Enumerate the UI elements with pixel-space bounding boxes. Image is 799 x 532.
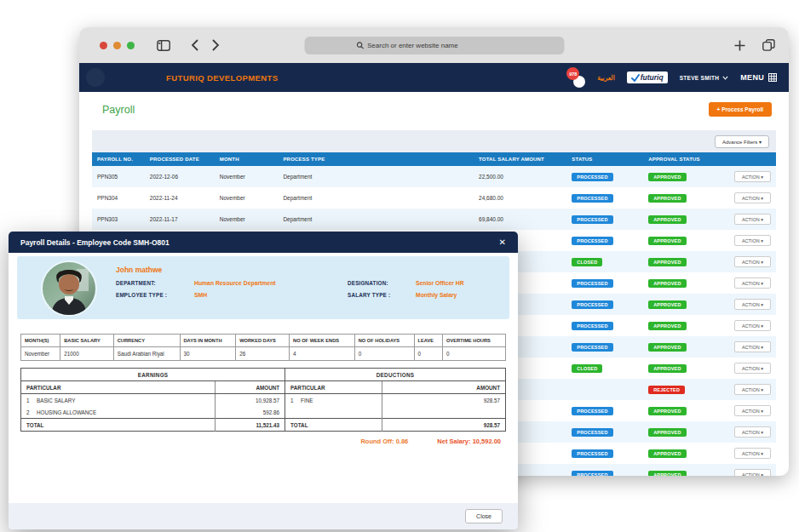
logo-check-icon <box>631 74 640 82</box>
salary-summary: Round Off: 0.86 Net Salary: 10,592.00 <box>26 438 501 445</box>
column-header: PROCESSED DATE <box>145 152 215 166</box>
earnings-particular-label: PARTICULAR <box>21 381 216 394</box>
cell-action: ACTION ▾ <box>722 209 776 230</box>
month-cell: 0 <box>414 347 442 361</box>
ed-title-row: EARNINGS DEDUCTIONS <box>21 369 506 381</box>
cell-payroll_no: PPN305 <box>92 166 145 187</box>
action-button[interactable]: ACTION ▾ <box>734 256 771 267</box>
employee-type-label: EMPLOYEE TYPE : <box>116 292 186 298</box>
cell-status: PROCESSED <box>566 400 643 421</box>
address-bar[interactable] <box>304 37 564 54</box>
earnings-title: EARNINGS <box>21 369 285 381</box>
search-input[interactable] <box>367 42 512 49</box>
approval-status-badge: APPROVED <box>648 364 686 373</box>
approval-status-badge: APPROVED <box>648 173 686 181</box>
approval-status-badge: APPROVED <box>648 258 686 266</box>
modal-footer: Close <box>9 503 518 529</box>
status-badge: PROCESSED <box>572 279 612 288</box>
menu-grid-icon <box>768 73 777 82</box>
cell-approval-status: APPROVED <box>643 272 722 294</box>
action-button[interactable]: ACTION ▾ <box>734 405 771 416</box>
maximize-window-button[interactable] <box>127 42 135 49</box>
action-button[interactable]: ACTION ▾ <box>734 341 771 352</box>
month-cell: 0 <box>443 347 506 361</box>
menu-button[interactable]: MENU <box>740 73 777 82</box>
user-menu[interactable]: STEVE SMITH <box>680 75 729 81</box>
notifications-button[interactable]: 978 <box>566 67 585 88</box>
cell-status: PROCESSED <box>566 315 643 336</box>
close-window-button[interactable] <box>100 42 107 49</box>
status-badge: PROCESSED <box>572 343 612 352</box>
forward-button-icon[interactable] <box>212 39 220 51</box>
cell-status: PROCESSED <box>566 166 643 187</box>
action-button[interactable]: ACTION ▾ <box>734 384 771 395</box>
cell-approval-status: APPROVED <box>643 443 722 464</box>
cell-action: ACTION ▾ <box>722 166 776 187</box>
cell-action: ACTION ▾ <box>722 294 776 315</box>
action-button[interactable]: ACTION ▾ <box>734 448 771 459</box>
employee-photo <box>41 260 97 317</box>
employee-name: John mathwe <box>116 266 464 274</box>
cell-action: ACTION ▾ <box>722 443 776 464</box>
month-column-header: DAYS IN MONTH <box>180 335 236 347</box>
action-button[interactable]: ACTION ▾ <box>734 469 771 476</box>
chevron-down-icon <box>722 76 728 80</box>
cell-status: PROCESSED <box>566 272 643 294</box>
close-button[interactable]: Close <box>465 509 503 523</box>
month-cell: 4 <box>290 347 355 361</box>
cell-action: ACTION ▾ <box>722 336 776 358</box>
process-payroll-button[interactable]: + Process Payroll <box>709 102 772 117</box>
cell-process_type: Department <box>278 166 474 187</box>
cell-approval-status: APPROVED <box>643 294 722 315</box>
cell-process_type: Department <box>278 187 474 209</box>
month-cell: 30 <box>180 347 236 361</box>
net-salary-value: 10,592.00 <box>473 438 501 445</box>
close-icon[interactable]: ✕ <box>499 237 506 247</box>
deductions-total-label: TOTAL <box>285 419 382 432</box>
action-button[interactable]: ACTION ▾ <box>734 171 771 182</box>
cell-approval-status: APPROVED <box>643 251 722 272</box>
tab-overview-icon[interactable] <box>762 39 775 51</box>
column-header: APPROVAL STATUS <box>643 152 722 166</box>
action-button[interactable]: ACTION ▾ <box>734 192 771 203</box>
column-header <box>722 152 776 166</box>
cell-status: PROCESSED <box>566 336 643 358</box>
status-badge: PROCESSED <box>572 237 612 245</box>
back-button-icon[interactable] <box>191 39 198 51</box>
column-header: MONTH <box>215 152 279 166</box>
designation-value: Senior Officer HR <box>416 280 464 286</box>
status-badge: CLOSED <box>572 364 602 373</box>
cell-action: ACTION ▾ <box>722 379 776 400</box>
language-switch[interactable]: العربية <box>597 74 615 82</box>
approval-status-badge: APPROVED <box>648 471 686 477</box>
column-header: TOTAL SALARY AMOUNT <box>474 152 566 166</box>
month-column-header: OVERTIME HOURS <box>443 335 506 347</box>
action-button[interactable]: ACTION ▾ <box>734 277 771 289</box>
earnings-total-label: TOTAL <box>21 419 216 432</box>
earnings-deductions-table: EARNINGS DEDUCTIONS PARTICULAR AMOUNT PA… <box>20 368 506 432</box>
earning-item-name: BASIC SALARY <box>37 398 75 403</box>
column-header: PAYROLL NO. <box>92 152 145 166</box>
action-button[interactable]: ACTION ▾ <box>734 299 771 310</box>
month-table-data-row: November21000Saudi Arabian Riyal30264000 <box>21 347 506 361</box>
cell-approval-status: APPROVED <box>643 421 722 443</box>
approval-status-badge: APPROVED <box>648 194 686 203</box>
cell-processed_date: 2022-11-24 <box>145 187 215 209</box>
action-button[interactable]: ACTION ▾ <box>734 363 771 374</box>
action-button[interactable]: ACTION ▾ <box>734 320 771 331</box>
salary-type-label: SALARY TYPE : <box>348 292 407 298</box>
advance-filters-button[interactable]: Advance Filters ▾ <box>715 135 769 148</box>
minimize-window-button[interactable] <box>113 42 121 49</box>
cell-month: November <box>215 166 279 187</box>
action-button[interactable]: ACTION ▾ <box>734 426 771 438</box>
cell-action: ACTION ▾ <box>722 251 776 272</box>
month-column-header: LEAVE <box>414 335 442 347</box>
status-badge: PROCESSED <box>572 300 612 309</box>
new-tab-icon[interactable] <box>734 40 745 51</box>
salary-type-value: Monthly Salary <box>416 292 464 298</box>
action-button[interactable]: ACTION ▾ <box>734 235 771 246</box>
action-button[interactable]: ACTION ▾ <box>734 214 771 225</box>
cell-status: CLOSED <box>566 251 643 272</box>
month-column-header: BASIC SALARY <box>60 335 114 347</box>
sidebar-toggle-icon[interactable] <box>157 40 170 51</box>
